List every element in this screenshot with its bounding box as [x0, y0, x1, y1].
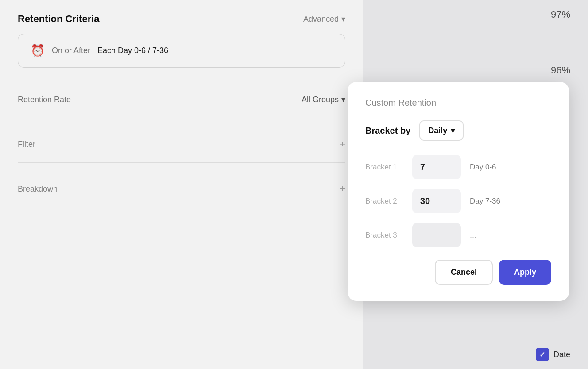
bracket-by-row: Bracket by Daily ▾: [365, 120, 551, 141]
bracket-3-label: Bracket 3: [365, 231, 405, 240]
bracket-3-ellipsis: ...: [470, 231, 476, 240]
bracket-2-label: Bracket 2: [365, 197, 405, 206]
bracket-2-input[interactable]: [412, 189, 461, 213]
apply-button[interactable]: Apply: [499, 260, 551, 285]
cancel-button[interactable]: Cancel: [435, 260, 493, 285]
daily-select-button[interactable]: Daily ▾: [419, 120, 464, 141]
bracket-3-input[interactable]: [412, 223, 461, 247]
bracket-by-label: Bracket by: [365, 126, 410, 136]
bracket-1-input[interactable]: [412, 155, 461, 179]
bracket-2-row: Bracket 2 Day 7-36: [365, 189, 551, 213]
modal-actions: Cancel Apply: [365, 260, 551, 285]
bracket-2-range: Day 7-36: [470, 197, 500, 206]
bracket-3-row: Bracket 3 ...: [365, 223, 551, 247]
daily-chevron-icon: ▾: [451, 126, 455, 135]
bracket-1-label: Bracket 1: [365, 163, 405, 172]
custom-retention-modal: Custom Retention Bracket by Daily ▾ Brac…: [348, 82, 569, 301]
daily-label: Daily: [428, 126, 447, 135]
modal-title: Custom Retention: [365, 98, 551, 108]
bracket-1-range: Day 0-6: [470, 163, 496, 172]
bracket-1-row: Bracket 1 Day 0-6: [365, 155, 551, 179]
